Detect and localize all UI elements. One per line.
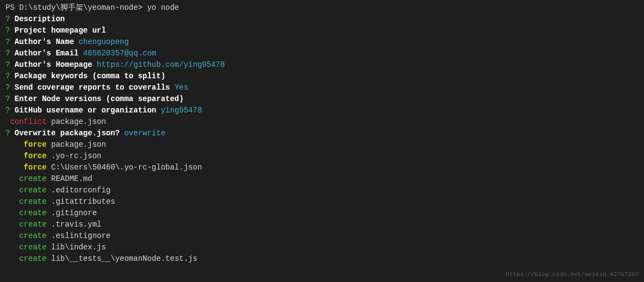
action-label: force [24,152,47,160]
question-value: Yes [175,83,188,92]
file-name: lib\index.js [51,243,106,252]
action-label: create [19,243,46,252]
question-line: ? GitHub username or organization ying95… [5,105,639,116]
action-label: create [19,220,46,229]
question-mark: ? [5,49,10,58]
question-mark: ? [5,60,10,69]
question-mark: ? [5,72,10,80]
question-label: Description [15,15,65,23]
file-name: .travis.yml [51,220,101,229]
question-value: ying95478 [161,106,202,115]
file-line: create .gitignore [5,208,639,219]
question-line: ? Send coverage reports to coveralls Yes [5,82,639,93]
question-value: chenguopeng [78,37,128,46]
question-mark: ? [5,26,10,35]
question-line: ? Author's Homepage https://github.com/y… [5,59,639,71]
action-label: create [19,254,46,263]
file-line: force .yo-rc.json [5,151,639,162]
action-label: create [19,174,46,183]
file-name: C:\Users\50460\.yo-rc-global.json [51,163,202,172]
prompt-line: PS D:\study\脚手架\yeoman-node> yo node [5,2,639,14]
question-value: 465620357@qq.com [83,49,156,58]
question-line: ? Description [5,14,639,25]
question-line: ? Project homepage url [5,25,639,36]
file-name: .eslintignore [51,231,110,240]
action-label: force [24,140,47,149]
action-label: force [24,163,47,172]
overwrite-label: Overwrite package.json? [15,129,120,137]
file-line: create .eslintignore [5,230,639,242]
question-label: Enter Node versions (comma separated) [15,95,184,103]
overwrite-line: ? Overwrite package.json? overwrite [5,128,639,139]
watermark-text: https://blog.csdn.net/weixin_42707287 [506,270,639,279]
question-mark: ? [5,129,10,137]
action-label: create [19,197,46,206]
question-mark: ? [5,37,10,46]
question-mark: ? [5,15,10,23]
file-line: create .travis.yml [5,219,639,230]
prompt-command: yo node [147,3,179,12]
file-name: .gitattributes [51,197,115,206]
overwrite-value: overwrite [124,129,165,137]
file-name: .editorconfig [51,186,110,195]
file-name: .yo-rc.json [51,152,101,160]
file-line: force package.json [5,139,639,151]
file-line: create lib\index.js [5,242,639,253]
file-name: package.json [51,140,106,149]
question-mark: ? [5,83,10,92]
question-label: Project homepage url [15,26,106,35]
file-line: force C:\Users\50460\.yo-rc-global.json [5,162,639,173]
question-line: ? Author's Email 465620357@qq.com [5,48,639,59]
file-name: .gitignore [51,209,97,217]
question-line: ? Enter Node versions (comma separated) [5,93,639,105]
file-line: create .gitattributes [5,196,639,208]
conflict-file: package.json [51,117,106,126]
action-label: create [19,186,46,195]
action-label: create [19,231,46,240]
question-label: Author's Email [15,49,79,58]
question-mark: ? [5,95,10,103]
conflict-label: conflict [10,117,46,126]
conflict-line: conflict package.json [5,116,639,128]
file-line: create README.md [5,173,639,185]
question-label: Send coverage reports to coveralls [15,83,170,92]
question-label: Author's Homepage [15,60,92,69]
action-label: create [19,209,46,217]
question-line: ? Package keywords (comma to split) [5,71,639,82]
question-label: GitHub username or organization [15,106,156,115]
file-name: README.md [51,174,92,183]
question-label: Package keywords (comma to split) [15,72,165,80]
file-line: create .editorconfig [5,185,639,196]
question-value: https://github.com/ying95478 [97,60,225,69]
question-line: ? Author's Name chenguopeng [5,36,639,48]
file-name: lib\__tests__\yeomanNode.test.js [51,254,197,263]
question-label: Author's Name [15,37,74,46]
file-line: create lib\__tests__\yeomanNode.test.js [5,253,639,265]
question-mark: ? [5,106,10,115]
prompt-path: PS D:\study\脚手架\yeoman-node> [5,3,147,12]
